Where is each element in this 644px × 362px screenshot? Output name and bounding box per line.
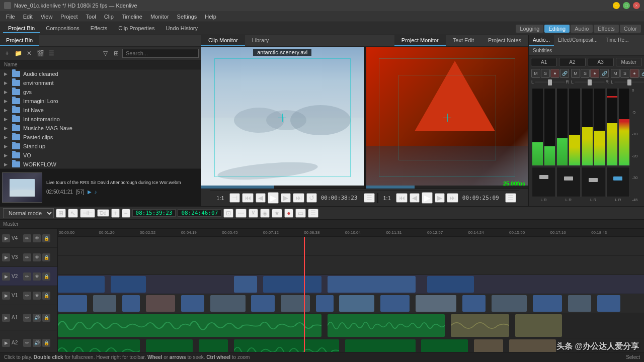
tl-star-btn[interactable]: ★ <box>272 209 282 218</box>
v1-lock2-btn[interactable]: 🔒 <box>42 292 50 300</box>
clip-forward-end[interactable]: ⏭ <box>293 193 304 203</box>
list-item[interactable]: ▶ Int sottomarino <box>0 115 201 124</box>
workspace-logging[interactable]: Logging <box>516 25 543 33</box>
tab-project-notes[interactable]: Project Notes <box>481 35 528 46</box>
v1-clip-16[interactable] <box>568 295 592 312</box>
v1-clip-5[interactable] <box>181 295 205 312</box>
v2-clip-6[interactable] <box>427 276 474 293</box>
tl-add-btn[interactable]: + <box>111 209 120 218</box>
tab-effects[interactable]: Effects <box>86 24 112 33</box>
bin-folder-btn[interactable]: 📁 <box>13 48 23 58</box>
list-item[interactable]: ▶ Immagini Loro <box>0 97 201 106</box>
a2-clip-4[interactable] <box>234 339 340 352</box>
a3-fader-thumb[interactable] <box>589 178 598 182</box>
a2-clip-8[interactable] <box>509 339 556 352</box>
a2-fader-thumb[interactable] <box>564 176 573 180</box>
master-fader-thumb[interactable] <box>613 176 622 180</box>
bin-clip-btn[interactable]: 🎬 <box>35 48 45 58</box>
bin-view-btn[interactable]: ⊞ <box>111 48 121 58</box>
close-button[interactable]: × <box>633 2 640 9</box>
v1-clip-15[interactable] <box>533 295 562 312</box>
tl-spacer2-btn[interactable]: ◈ <box>260 209 270 218</box>
project-monitor[interactable]: 25.00fps <box>366 47 529 189</box>
a1-fader-track[interactable] <box>532 167 555 197</box>
v1-clip-12[interactable] <box>416 295 457 312</box>
proj-forward-end[interactable]: ⏭ <box>447 193 458 203</box>
proj-play[interactable]: ▶ <box>422 192 433 204</box>
v2-expand-btn[interactable]: ▶ <box>2 273 10 281</box>
a3-pan-thumb[interactable] <box>627 79 631 85</box>
tl-group-btn[interactable]: ⋯ <box>235 209 247 218</box>
tab-text-edit[interactable]: Text Edit <box>446 35 481 46</box>
v4-expand-btn[interactable]: ▶ <box>2 234 10 242</box>
v1-clip-3[interactable] <box>122 295 140 312</box>
proj-settings-btn[interactable]: ☰ <box>505 193 516 203</box>
list-item[interactable]: ▶ Audio cleaned <box>0 69 201 78</box>
a3-fader-track[interactable] <box>582 167 605 197</box>
workspace-editing[interactable]: Editing <box>544 25 570 33</box>
a1-expand-btn[interactable]: ▶ <box>2 314 10 322</box>
a2-solo[interactable]: S <box>581 69 590 78</box>
clip-forward-frame[interactable]: ▶ <box>281 193 291 203</box>
proj-back-frame[interactable]: ◀ <box>410 193 420 203</box>
a1-clip-1[interactable] <box>58 314 321 337</box>
tl-snap-btn[interactable]: ⊞ <box>56 209 66 218</box>
v2-clip-1[interactable] <box>58 276 105 293</box>
bin-filter-btn[interactable]: ▽ <box>100 48 110 58</box>
list-item[interactable]: ▶ VO <box>0 151 201 160</box>
workspace-color[interactable]: Color <box>620 25 641 33</box>
a2-clip-6[interactable] <box>421 339 468 352</box>
v2-lock-btn[interactable]: ✏ <box>23 273 31 281</box>
v1-mute-btn[interactable]: 👁 <box>33 292 41 300</box>
clip-monitor[interactable]: antarctic-scenery.avi <box>201 47 365 189</box>
a1-lock3-btn[interactable]: 🔒 <box>42 314 50 322</box>
v1-clip-14[interactable] <box>492 295 527 312</box>
v1-expand-btn[interactable]: ▶ <box>2 292 10 300</box>
tab-project-bin[interactable]: Project Bin <box>3 24 40 33</box>
menu-file[interactable]: File <box>2 13 19 21</box>
clip-play[interactable]: ▶ <box>268 192 279 204</box>
a2-lock3-btn[interactable]: 🔒 <box>42 339 50 347</box>
tl-resize-btn[interactable]: ⊡ <box>223 209 233 218</box>
v1-clip-8[interactable] <box>281 295 310 312</box>
v1-clip-6[interactable] <box>210 295 246 312</box>
workspace-audio[interactable]: Audio <box>571 25 593 33</box>
clip-loop[interactable]: ↺ <box>306 193 317 203</box>
a2-clip-7[interactable] <box>474 339 503 352</box>
menu-view[interactable]: View <box>37 13 57 21</box>
tab-undo-history[interactable]: Undo History <box>160 24 203 33</box>
a1-clip-2[interactable] <box>328 314 445 337</box>
master-fader-track[interactable] <box>606 167 630 197</box>
a1-solo[interactable]: S <box>541 69 550 78</box>
a2-fader-track[interactable] <box>556 167 580 197</box>
time-ruler[interactable]: 00:00:00 00:01:26 00:02:52 00:04:19 00:0… <box>58 229 644 237</box>
tl-minus-btn[interactable]: − <box>122 209 130 218</box>
tab-time-remap[interactable]: Time Re... <box>602 35 633 46</box>
v3-lock-btn[interactable]: ✏ <box>23 253 31 261</box>
v1-clip-10[interactable] <box>339 295 374 312</box>
a2-clip-2[interactable] <box>146 339 193 352</box>
a2-expand-btn[interactable]: ▶ <box>2 339 10 347</box>
bin-new-btn[interactable]: + <box>2 48 12 58</box>
a1-link[interactable]: 🔗 <box>560 69 569 78</box>
v4-mute-btn[interactable]: 👁 <box>33 234 41 242</box>
a1-record[interactable]: ● <box>550 69 559 78</box>
tab-library[interactable]: Library <box>245 35 276 46</box>
tl-ungroup-btn[interactable]: ⊻ <box>249 209 258 218</box>
tab-audio[interactable]: Audio... <box>529 35 554 46</box>
a2-speaker-btn[interactable]: 🔊 <box>33 339 41 347</box>
v2-clip-2[interactable] <box>111 276 146 293</box>
a2-pan-thumb[interactable] <box>588 79 592 85</box>
menu-edit[interactable]: Edit <box>19 13 37 21</box>
v2-clip-3[interactable] <box>234 276 258 293</box>
clip-scrubber[interactable] <box>201 186 364 189</box>
maximize-button[interactable]: □ <box>623 2 630 9</box>
a2-clip-1[interactable] <box>58 339 140 352</box>
proj-forward-frame[interactable]: ▶ <box>435 193 445 203</box>
tab-compositions[interactable]: Compositions <box>41 24 85 33</box>
bin-delete-btn[interactable]: ✕ <box>24 48 34 58</box>
v2-lock2-btn[interactable]: 🔒 <box>42 273 50 281</box>
list-item[interactable]: ▶ Pasted clips <box>0 133 201 142</box>
project-scrubber[interactable] <box>366 186 529 189</box>
timeline-mode-selector[interactable]: Normal mode <box>3 208 54 218</box>
